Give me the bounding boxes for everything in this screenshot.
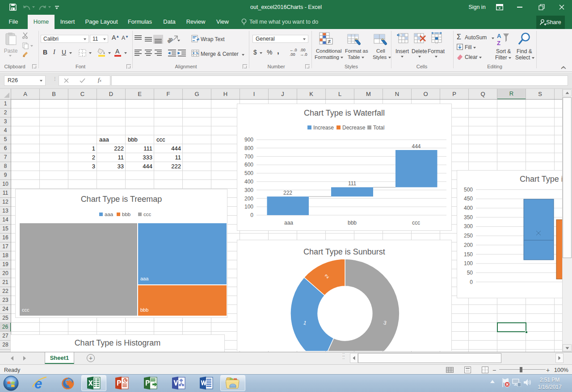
svg-text:ccc: ccc — [412, 220, 420, 226]
svg-text:600: 600 — [244, 162, 253, 168]
svg-text:200: 200 — [244, 196, 253, 202]
svg-text:300: 300 — [464, 223, 473, 229]
svg-text:500: 500 — [244, 170, 253, 176]
svg-text:111: 111 — [348, 180, 357, 187]
svg-text:0: 0 — [250, 212, 253, 218]
svg-text:222: 222 — [283, 190, 292, 196]
svg-text:250: 250 — [464, 233, 473, 239]
svg-text:0: 0 — [470, 279, 473, 285]
svg-text:100: 100 — [464, 260, 473, 267]
svg-text:e: e — [34, 376, 42, 391]
svg-text:350: 350 — [464, 214, 473, 221]
svg-text:400: 400 — [464, 205, 473, 211]
svg-text:700: 700 — [244, 154, 253, 160]
svg-text:aaa: aaa — [284, 220, 293, 226]
svg-text:100: 100 — [244, 204, 253, 210]
svg-text:444: 444 — [412, 143, 421, 150]
svg-text:400: 400 — [244, 179, 253, 185]
svg-text:150: 150 — [464, 251, 473, 258]
svg-text:Z: Z — [497, 40, 500, 46]
svg-text:200: 200 — [464, 242, 473, 248]
svg-text:450: 450 — [464, 196, 473, 202]
svg-text:A: A — [497, 33, 501, 39]
svg-text:≠: ≠ — [328, 38, 331, 45]
svg-text:500: 500 — [464, 187, 473, 193]
svg-text:bbb: bbb — [348, 220, 357, 226]
svg-text:800: 800 — [244, 145, 253, 151]
svg-text:300: 300 — [244, 187, 253, 193]
svg-text:ab: ab — [166, 36, 174, 44]
svg-text:900: 900 — [244, 137, 253, 143]
svg-text:50: 50 — [467, 270, 473, 276]
